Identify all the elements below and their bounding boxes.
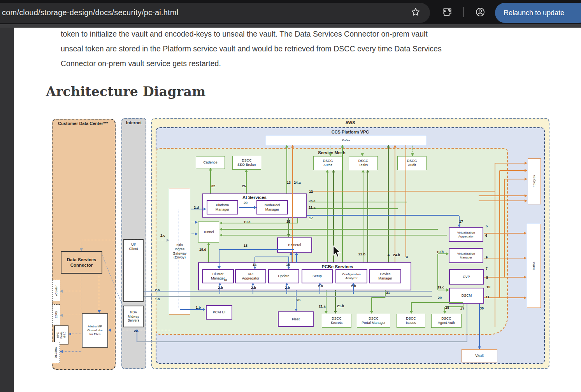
edge — [144, 296, 432, 297]
relaunch-to-update-button[interactable]: Relaunch to update — [495, 3, 581, 23]
arrowhead — [411, 153, 414, 156]
node-label-virtualization-aggregator: Virtualization Aggregator — [457, 231, 475, 239]
arrowhead — [362, 170, 365, 172]
arrowhead — [387, 145, 390, 148]
toolbar-separator — [463, 7, 464, 17]
edge-label-15: 15 — [286, 263, 290, 267]
edge-label-2.d: 2.d — [194, 206, 199, 209]
container-label-ccs-platform-vpc: CCS Platform VPC — [156, 130, 544, 134]
edge — [60, 351, 81, 352]
node-label-dscc-agent-auth: DSCC Agent Auth — [438, 316, 455, 325]
edge — [219, 250, 219, 269]
arrowhead — [525, 194, 527, 197]
edge — [326, 290, 326, 313]
edge-label-21.b: 21.b — [337, 304, 344, 308]
edge — [499, 171, 500, 298]
edge — [310, 202, 407, 202]
edge-label-2.b: 2.b — [351, 284, 356, 288]
star-icon[interactable] — [411, 7, 421, 17]
arrowhead — [332, 170, 335, 172]
node-virtualization-aggregator: Virtualization Aggregator — [449, 227, 483, 242]
left-edge-strip — [0, 28, 14, 392]
node-label-platform-manager: Platform Manager — [216, 203, 230, 212]
arrowhead — [446, 252, 449, 255]
node-label-kafka-right: Kafka — [532, 262, 536, 270]
node-label-esxi: ESXi — [54, 311, 58, 318]
arrowhead — [525, 199, 527, 202]
arrowhead — [285, 283, 288, 285]
node-device-manager: Device Manager — [369, 269, 401, 283]
node-dscc-agent-auth: DSCC Agent Auth — [431, 314, 462, 328]
node-label-istio-ingres-gateway: Istio Ingres Gateway (Envoy) — [173, 243, 187, 260]
arrowhead — [326, 170, 329, 172]
edge-label-2.b: 2.b — [251, 286, 256, 290]
node-update: Update — [268, 269, 299, 283]
browser-toolbar: com/cloud/storage-design/docs/security/p… — [0, 0, 581, 24]
edge-label-2.c: 2.c — [160, 234, 165, 237]
edge-label-8: 8 — [486, 276, 488, 279]
arrowhead — [203, 308, 205, 311]
node-cadence: Cadence — [196, 156, 225, 169]
edge — [307, 215, 459, 216]
node-vcenter: vCenter — [52, 280, 60, 301]
edge — [484, 277, 526, 278]
node-nodepool-manager: NodePool Manager — [256, 200, 288, 214]
arrowhead — [291, 145, 294, 148]
node-dscc-tasks: DSCC Tasks — [349, 156, 378, 170]
arrowhead — [341, 145, 344, 148]
edge — [60, 291, 81, 291]
edge-label-19.c: 19.c — [437, 285, 444, 289]
edge-label-27: 27 — [134, 329, 138, 333]
node-platform-manager: Platform Manager — [207, 200, 238, 214]
node-label-tunnel: Tunnel — [203, 230, 214, 234]
node-label-cvp: CVP — [463, 275, 470, 279]
mouse-cursor — [333, 245, 341, 258]
arrowhead — [525, 178, 527, 181]
edge-label-31: 31 — [386, 291, 390, 295]
edge-label-22.b: 22.b — [358, 252, 365, 256]
arrowhead — [295, 252, 298, 255]
edge — [504, 179, 505, 277]
node-label-dscm: DSCM — [462, 294, 472, 298]
node-label-dl380a: DL380A — [54, 347, 58, 358]
arrowhead — [195, 221, 198, 224]
arrowhead — [108, 329, 111, 332]
profile-icon[interactable] — [475, 7, 485, 17]
node-dscc-issues: DSCC Issues — [397, 314, 425, 328]
url-text[interactable]: com/cloud/storage-design/docs/security/p… — [2, 8, 178, 17]
toolbar-shadow-band — [0, 24, 581, 28]
node-ui-client: UI/ Client — [123, 239, 144, 302]
node-cluster-manager: Cluster Manager — [202, 269, 234, 283]
node-dl380a: DL380A — [52, 342, 60, 363]
arrowhead — [443, 311, 446, 314]
edge-label-30: 30 — [480, 306, 484, 310]
edge-label-2.b: 2.b — [285, 286, 290, 290]
edge-label-17: 17 — [309, 216, 313, 220]
edge-label-21.a: 21.a — [319, 304, 326, 308]
node-label-alletra-mp: Alletra MP GreenLake for Files — [87, 325, 103, 336]
edge-label-7: 7 — [486, 267, 488, 271]
node-label-virtualization-manager: Virtualization Manager — [457, 252, 475, 260]
node-postgres: Postgres — [528, 158, 541, 204]
arrowhead — [207, 243, 210, 245]
edge — [286, 145, 287, 193]
edge-label-13: 13 — [287, 181, 291, 185]
node-dscc-secrets: DSCC Secrets — [322, 314, 351, 328]
node-label-dscc-sso-broker: DSCC SSO Broker — [237, 158, 256, 167]
arrowhead — [446, 288, 449, 292]
architecture-diagram: Customer Data Center***InternetAWSCCS Pl… — [0, 0, 581, 392]
node-label-update: Update — [278, 274, 289, 278]
edge-label-21.a: 21.a — [309, 206, 316, 209]
extension-icon[interactable] — [442, 7, 452, 17]
node-tunnel: Tunnel — [198, 221, 219, 243]
edge-label-17: 17 — [459, 220, 463, 223]
arrowhead — [219, 221, 222, 225]
edge-label-2.b: 2.b — [218, 286, 223, 290]
node-label-kafka-top: Kafka — [342, 139, 350, 142]
arrowhead — [195, 232, 198, 236]
edge-label-9: 9 — [486, 255, 488, 259]
edge — [479, 304, 480, 349]
node-label-pcai-ui: PCAI UI — [213, 310, 226, 315]
arrowhead — [410, 311, 413, 314]
arrowhead — [524, 276, 527, 279]
